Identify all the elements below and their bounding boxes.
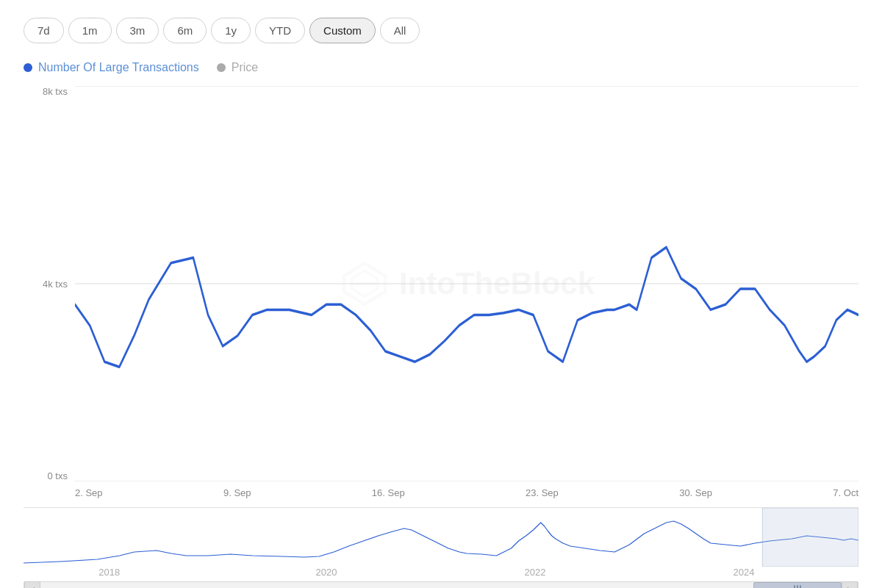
scrollbar-fill [40, 582, 842, 588]
grip-line-3 [800, 585, 801, 588]
scrollbar-right-button[interactable]: ► [842, 581, 858, 588]
legend-item-price: Price [217, 61, 258, 74]
time-filter-7d[interactable]: 7d [24, 18, 64, 43]
grip-line-1 [794, 585, 795, 588]
mini-year-label-2024: 2024 [734, 567, 755, 578]
legend-dot-transactions [24, 63, 32, 72]
x-label-sep9: 9. Sep [223, 487, 251, 498]
legend-label-price: Price [232, 61, 258, 74]
mini-year-label-2020: 2020 [316, 567, 337, 578]
mini-year-label-2018: 2018 [98, 567, 120, 578]
y-label-8k: 8k txs [24, 86, 75, 97]
time-filter-1y[interactable]: 1y [211, 18, 251, 43]
scrollbar-thumb[interactable] [753, 582, 842, 588]
grip-line-2 [797, 585, 798, 588]
x-label-oct7: 7. Oct [833, 487, 858, 498]
time-filter-6m[interactable]: 6m [163, 18, 207, 43]
mini-chart-inner [24, 508, 858, 567]
mini-year-label-2022: 2022 [525, 567, 546, 578]
time-filter-all[interactable]: All [380, 18, 420, 43]
x-label-sep2: 2. Sep [75, 487, 103, 498]
time-filter-1m[interactable]: 1m [68, 18, 112, 43]
mini-year-labels: 2018202020222024 [24, 567, 858, 580]
main-container: 7d1m3m6m1yYTDCustomAll Number Of Large T… [0, 0, 882, 588]
mini-chart-svg [24, 508, 858, 567]
x-label-sep16: 16. Sep [372, 487, 405, 498]
chart-wrapper: 8k txs 4k txs 0 txs IntoTheBlock [24, 86, 858, 588]
y-label-0: 0 txs [24, 470, 75, 481]
legend-item-transactions: Number Of Large Transactions [24, 61, 199, 74]
chart-svg-container: IntoTheBlock [75, 86, 858, 481]
scrollbar-left-button[interactable]: ◄ [24, 581, 40, 588]
x-label-sep23: 23. Sep [526, 487, 559, 498]
svg-rect-6 [762, 508, 858, 567]
y-label-4k: 4k txs [24, 279, 75, 290]
main-chart-svg [75, 86, 858, 481]
y-axis: 8k txs 4k txs 0 txs [24, 86, 75, 481]
legend-dot-price [217, 63, 226, 72]
time-filter-group: 7d1m3m6m1yYTDCustomAll [24, 18, 858, 43]
mini-chart-container: 2018202020222024 ◄ ► [24, 507, 858, 588]
time-filter-custom[interactable]: Custom [309, 18, 376, 43]
chart-legend: Number Of Large Transactions Price [24, 61, 858, 74]
main-chart-area: 8k txs 4k txs 0 txs IntoTheBlock [24, 86, 858, 481]
legend-label-transactions: Number Of Large Transactions [38, 61, 199, 74]
time-filter-3m[interactable]: 3m [116, 18, 159, 43]
x-axis: 2. Sep 9. Sep 16. Sep 23. Sep 30. Sep 7.… [24, 481, 858, 504]
scrollbar-grip [794, 585, 801, 588]
x-label-sep30: 30. Sep [679, 487, 712, 498]
scrollbar-track: ◄ ► [24, 581, 858, 588]
time-filter-ytd[interactable]: YTD [255, 18, 305, 43]
